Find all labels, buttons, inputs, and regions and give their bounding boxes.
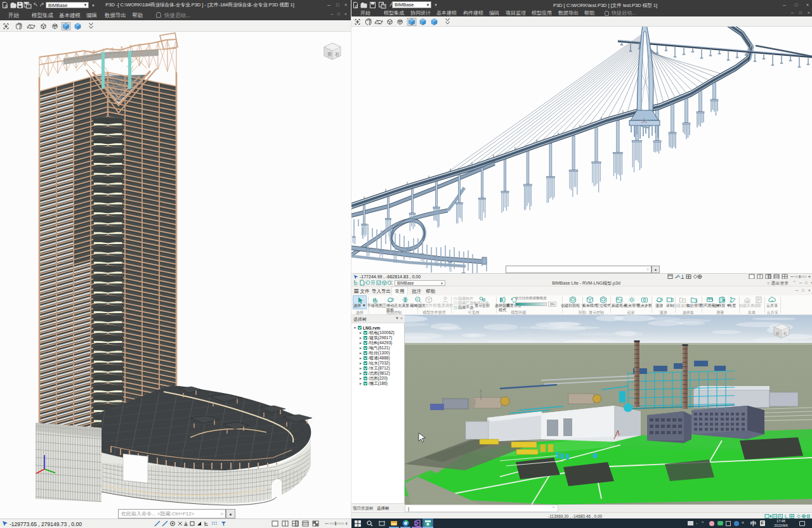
svg-text:右: 右 xyxy=(335,52,339,57)
svg-text:z: z xyxy=(480,389,482,393)
svg-text:右: 右 xyxy=(783,331,787,336)
svg-text:前: 前 xyxy=(775,332,780,335)
svg-text:前: 前 xyxy=(327,52,332,56)
